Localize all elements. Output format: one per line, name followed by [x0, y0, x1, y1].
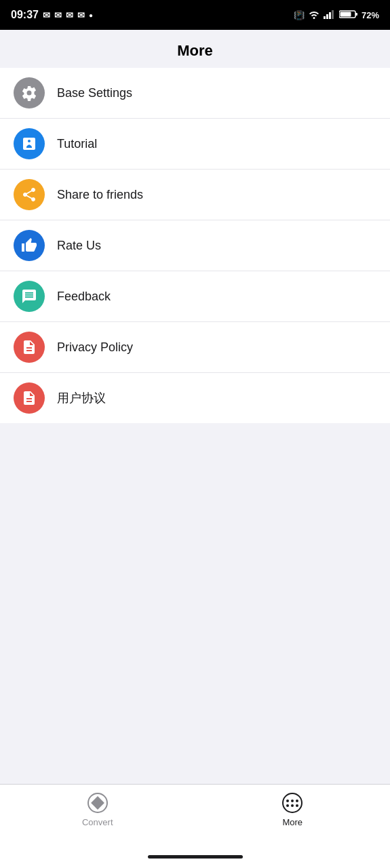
mail-icon-2: ✉	[54, 10, 62, 20]
more-tab-icon-wrap	[281, 791, 304, 814]
tab-convert[interactable]: Convert	[0, 791, 195, 827]
base-settings-icon	[14, 77, 45, 108]
rate-icon	[14, 230, 45, 261]
vibrate-icon: 📳	[294, 10, 305, 20]
rate-label: Rate Us	[57, 239, 101, 253]
share-icon	[14, 179, 45, 210]
svg-rect-0	[324, 16, 326, 19]
signal-icon	[324, 9, 336, 21]
menu-item-feedback[interactable]: Feedback	[0, 271, 390, 322]
page-title: More	[0, 42, 390, 60]
battery-icon	[339, 9, 358, 21]
more-tab-label: More	[282, 817, 303, 827]
tab-bar: Convert More	[0, 784, 390, 845]
tutorial-label: Tutorial	[57, 137, 97, 151]
battery-percent: 72%	[362, 10, 379, 20]
more-dots-icon	[286, 800, 298, 807]
home-bar	[148, 855, 243, 859]
tutorial-icon	[14, 128, 45, 159]
mail-icon-3: ✉	[66, 10, 73, 20]
convert-tab-icon-wrap	[86, 791, 109, 814]
status-time: 09:37	[11, 9, 39, 21]
menu-item-share[interactable]: Share to friends	[0, 170, 390, 220]
menu-item-tutorial[interactable]: Tutorial	[0, 119, 390, 170]
menu-item-rate[interactable]: Rate Us	[0, 220, 390, 271]
svg-rect-6	[340, 12, 351, 16]
home-indicator	[0, 845, 390, 868]
user-agreement-label: 用户协议	[57, 390, 106, 406]
svg-rect-5	[355, 13, 357, 16]
tab-more[interactable]: More	[195, 791, 391, 827]
content-spacer	[0, 423, 390, 784]
privacy-icon	[14, 332, 45, 363]
menu-item-base-settings[interactable]: Base Settings	[0, 68, 390, 119]
svg-rect-2	[329, 12, 331, 19]
user-agreement-icon	[14, 382, 45, 414]
convert-tab-icon-circle	[87, 793, 108, 813]
svg-rect-3	[332, 10, 334, 19]
feedback-icon	[14, 281, 45, 312]
feedback-label: Feedback	[57, 290, 111, 304]
mail-icon-4: ✉	[77, 10, 85, 20]
menu-item-user-agreement[interactable]: 用户协议	[0, 373, 390, 423]
svg-rect-1	[326, 14, 328, 19]
menu-item-privacy[interactable]: Privacy Policy	[0, 322, 390, 373]
menu-list: Base Settings Tutorial Share to friends …	[0, 68, 390, 423]
wifi-icon	[308, 9, 320, 21]
base-settings-label: Base Settings	[57, 86, 132, 100]
status-bar: 09:37 ✉ ✉ ✉ ✉ ● 📳	[0, 0, 390, 30]
privacy-label: Privacy Policy	[57, 340, 133, 355]
more-tab-icon-circle	[282, 793, 303, 813]
mail-icon-1: ✉	[43, 10, 50, 20]
page-header: More	[0, 30, 390, 68]
share-label: Share to friends	[57, 188, 143, 202]
dot-indicator: ●	[89, 12, 93, 19]
convert-diamond-icon	[91, 796, 104, 810]
convert-tab-label: Convert	[82, 817, 113, 827]
